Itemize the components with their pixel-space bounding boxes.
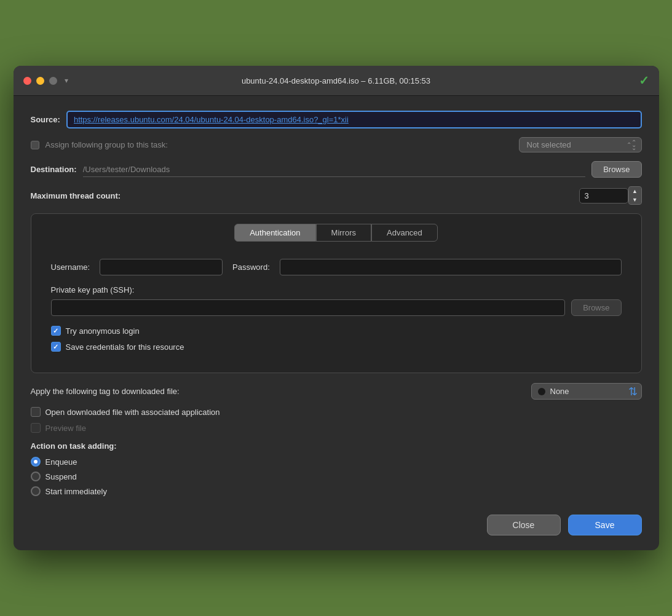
- action-label: Action on task adding:: [31, 441, 642, 451]
- private-key-section: Private key path (SSH): Browse: [51, 285, 622, 316]
- tag-value: None: [550, 387, 569, 396]
- bottom-buttons: Close Save: [31, 508, 642, 535]
- tabs-bar: Authentication Mirrors Advanced: [41, 224, 631, 242]
- username-label: Username:: [51, 263, 90, 272]
- tab-mirrors[interactable]: Mirrors: [316, 224, 371, 242]
- suspend-row[interactable]: Suspend: [31, 472, 642, 481]
- password-input[interactable]: [280, 259, 622, 275]
- tag-dropdown-arrows-icon: ⇅: [628, 385, 638, 398]
- group-dropdown-value: Not selected: [527, 140, 571, 149]
- tab-advanced[interactable]: Advanced: [371, 224, 438, 242]
- group-row: Assign following group to this task: Not…: [31, 137, 642, 152]
- preview-label: Preview file: [45, 424, 86, 433]
- minimize-window-button[interactable]: [36, 77, 44, 85]
- private-key-label: Private key path (SSH):: [51, 285, 622, 294]
- start-immediately-label: Start immediately: [45, 487, 107, 496]
- save-creds-label: Save credentials for this resource: [66, 342, 184, 352]
- group-label: Assign following group to this task:: [45, 140, 168, 149]
- zoom-window-button[interactable]: [49, 77, 57, 85]
- source-row: Source:: [31, 111, 642, 128]
- private-key-row: Browse: [51, 299, 622, 316]
- suspend-radio[interactable]: [31, 472, 41, 481]
- source-url-input[interactable]: [66, 111, 642, 128]
- tag-color-dot: [538, 388, 545, 395]
- enqueue-label: Enqueue: [45, 457, 77, 467]
- thread-row: Maximum thread count: ▲ ▼: [31, 186, 642, 205]
- thread-decrement-button[interactable]: ▼: [629, 195, 641, 204]
- password-label: Password:: [232, 263, 270, 272]
- tab-authentication[interactable]: Authentication: [234, 224, 315, 242]
- thread-increment-button[interactable]: ▲: [629, 187, 641, 195]
- save-creds-checkbox[interactable]: [51, 342, 61, 352]
- checkmark-icon: ✓: [639, 73, 649, 88]
- group-checkbox[interactable]: [31, 141, 39, 149]
- save-creds-row[interactable]: Save credentials for this resource: [51, 342, 622, 352]
- thread-stepper: ▲ ▼: [628, 186, 642, 205]
- tag-row: Apply the following tag to downloaded fi…: [31, 383, 642, 400]
- dropdown-arrows-icon: ⌃⌄: [631, 140, 636, 151]
- titlebar: ▾ ubuntu-24.04-desktop-amd64.iso – 6.11G…: [14, 66, 659, 96]
- window-title: ubuntu-24.04-desktop-amd64.iso – 6.11GB,…: [242, 76, 430, 85]
- private-key-browse-button[interactable]: Browse: [571, 299, 621, 316]
- thread-control: ▲ ▼: [579, 186, 642, 205]
- thread-label: Maximum thread count:: [31, 191, 121, 200]
- open-file-checkbox[interactable]: [31, 407, 41, 417]
- destination-row: Destination: Browse: [31, 161, 642, 178]
- username-input[interactable]: [100, 259, 223, 275]
- content-area: Source: Assign following group to this t…: [14, 96, 659, 550]
- tag-dropdown[interactable]: None ⇅: [531, 383, 642, 400]
- traffic-lights: ▾: [23, 76, 68, 85]
- open-file-row: Open downloaded file with associated app…: [31, 407, 642, 417]
- action-section: Action on task adding: Enqueue Suspend S…: [31, 441, 642, 496]
- save-button[interactable]: Save: [568, 515, 642, 535]
- anon-login-label: Try anonymous login: [66, 326, 140, 336]
- preview-checkbox[interactable]: [31, 423, 41, 433]
- preview-row: Preview file: [31, 423, 642, 433]
- thread-count-input[interactable]: [579, 188, 628, 203]
- start-immediately-radio[interactable]: [31, 486, 41, 496]
- tabs-section: Authentication Mirrors Advanced Username…: [31, 213, 642, 373]
- group-dropdown[interactable]: Not selected ⌃⌄: [519, 137, 642, 152]
- enqueue-radio[interactable]: [31, 457, 41, 467]
- open-file-label: Open downloaded file with associated app…: [45, 408, 220, 417]
- destination-browse-button[interactable]: Browse: [591, 161, 641, 178]
- chevron-down-icon: ▾: [65, 76, 68, 85]
- close-window-button[interactable]: [23, 77, 31, 85]
- start-immediately-row[interactable]: Start immediately: [31, 486, 642, 496]
- destination-label: Destination:: [31, 165, 77, 174]
- anon-login-checkbox[interactable]: [51, 326, 61, 336]
- suspend-label: Suspend: [45, 472, 77, 481]
- anon-login-row[interactable]: Try anonymous login: [51, 326, 622, 336]
- enqueue-row[interactable]: Enqueue: [31, 457, 642, 467]
- tag-label: Apply the following tag to downloaded fi…: [31, 387, 525, 396]
- tab-content-authentication: Username: Password: Private key path (SS…: [41, 254, 631, 363]
- private-key-input[interactable]: [51, 299, 566, 316]
- close-button[interactable]: Close: [487, 515, 561, 535]
- credentials-row: Username: Password:: [51, 259, 622, 275]
- source-label: Source:: [31, 115, 60, 124]
- destination-path-input[interactable]: [83, 162, 586, 177]
- main-window: ▾ ubuntu-24.04-desktop-amd64.iso – 6.11G…: [14, 66, 659, 550]
